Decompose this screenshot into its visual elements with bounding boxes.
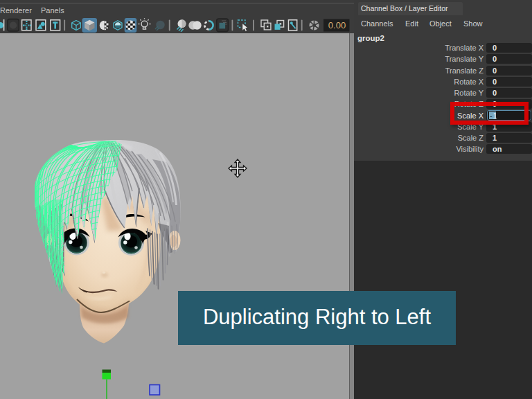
svg-text:0.00: 0.00 [328,20,346,30]
